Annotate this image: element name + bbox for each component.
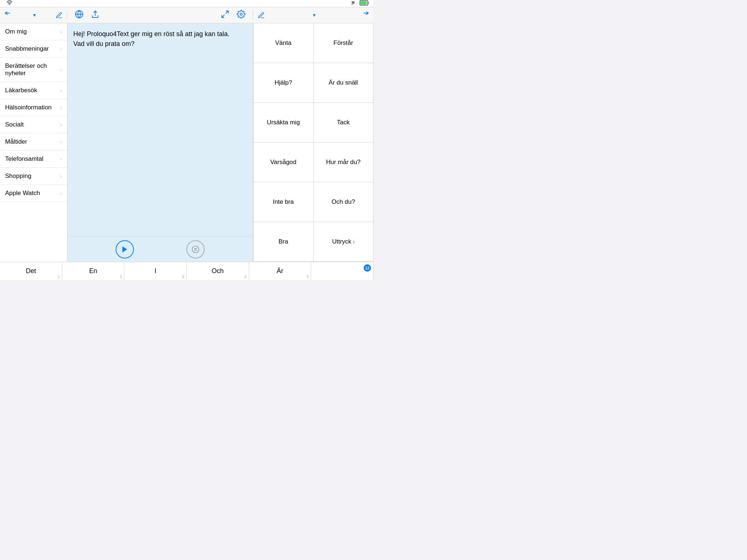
left-panel: Om mig›Snabbmeningar›Berättelser och nyh…: [0, 23, 67, 262]
phrase-cell[interactable]: Uttryck›: [314, 222, 374, 262]
phrase-label: Varsågod: [270, 159, 297, 166]
wifi-icon: [7, 0, 12, 7]
phrase-cell[interactable]: Inte bra: [253, 182, 314, 222]
chevron-icon: ›: [60, 88, 62, 93]
list-item-label: Berättelser och nyheter: [5, 62, 60, 77]
toolbar-left: ▾: [0, 12, 67, 19]
center-controls: [67, 236, 253, 262]
word-text: Är: [277, 267, 283, 275]
svg-text:⚡: ⚡: [369, 1, 369, 5]
phrase-cell[interactable]: Varsågod: [253, 143, 314, 182]
phrase-label: Förstår: [333, 39, 353, 47]
phrase-cell[interactable]: Bra: [253, 222, 314, 262]
phrase-label: Vänta: [275, 39, 291, 47]
list-item[interactable]: Hälsoinformation›: [0, 99, 67, 116]
list-item[interactable]: Socialt›: [0, 116, 67, 133]
phrase-label: Är du snäll: [329, 79, 358, 86]
phrase-label: Inte bra: [273, 198, 294, 206]
toolbar-center: [67, 10, 253, 20]
chevron-icon: ›: [353, 239, 355, 245]
list-item[interactable]: Berättelser och nyheter›: [0, 58, 67, 82]
status-bar: ⚡: [0, 0, 374, 7]
chevron-icon: ›: [60, 139, 62, 145]
list-item[interactable]: Shopping›: [0, 168, 67, 185]
word-num: 5: [307, 275, 309, 279]
phrase-cell[interactable]: Är du snäll: [314, 63, 374, 103]
list-item-label: Hälsoinformation: [5, 104, 52, 111]
phrase-cell[interactable]: Hur mår du?: [314, 143, 374, 182]
word-cell[interactable]: 12: [311, 262, 374, 280]
bluetooth-icon: [351, 0, 355, 7]
list-item[interactable]: Telefonsamtal›: [0, 151, 67, 168]
edit-button[interactable]: [55, 12, 63, 19]
toolbar-center-icons-right: [221, 10, 245, 20]
svg-point-0: [9, 4, 10, 5]
svg-rect-2: [360, 1, 367, 5]
toolbar-right: ▾: [253, 12, 374, 19]
word-badge: 12: [364, 264, 371, 272]
play-button[interactable]: [116, 240, 134, 258]
word-text: Och: [212, 267, 224, 275]
word-text: Det: [26, 267, 36, 275]
word-cell[interactable]: Och4: [187, 262, 249, 280]
chevron-icon: ›: [60, 67, 62, 73]
chevron-icon: ›: [60, 46, 62, 52]
list-item-label: Om mig: [5, 28, 27, 35]
expand-button[interactable]: [221, 10, 229, 20]
list-item[interactable]: Om mig›: [0, 23, 67, 40]
phrase-label: Och du?: [332, 198, 355, 206]
phrase-cell[interactable]: Förstår: [314, 23, 374, 63]
chevron-icon: ›: [60, 173, 62, 179]
chevron-icon: ›: [60, 190, 62, 196]
phrase-label: Tack: [337, 119, 350, 126]
word-num: 4: [244, 275, 247, 279]
bottom-word-bar: Det1En2I3Och4Är512: [0, 262, 374, 280]
center-panel: [67, 23, 253, 262]
word-cell[interactable]: Det1: [0, 262, 62, 280]
phrase-cell[interactable]: Och du?: [314, 182, 374, 222]
phrase-cell[interactable]: Tack: [314, 103, 374, 143]
right-edit-button[interactable]: [258, 12, 265, 19]
chevron-icon: ›: [60, 29, 62, 35]
word-cell[interactable]: I3: [124, 262, 187, 280]
list-item[interactable]: Läkarbesök›: [0, 82, 67, 99]
text-area-container[interactable]: [67, 23, 253, 236]
word-num: 2: [120, 275, 122, 279]
list-item-label: Telefonsamtal: [5, 155, 43, 163]
svg-point-5: [240, 13, 242, 15]
chevron-icon: ›: [60, 156, 62, 162]
list-item-label: Apple Watch: [5, 190, 40, 197]
phrase-label: Hjälp?: [275, 79, 292, 86]
status-left: [4, 0, 12, 7]
word-cell[interactable]: En2: [62, 262, 125, 280]
back-button[interactable]: [4, 12, 12, 19]
status-right: ⚡: [351, 0, 369, 7]
globe-button[interactable]: [75, 10, 84, 20]
phrase-label: Bra: [279, 238, 288, 245]
toolbar-center-icons-left: [75, 10, 100, 20]
main-content: Om mig›Snabbmeningar›Berättelser och nyh…: [0, 23, 374, 262]
settings-button[interactable]: [237, 10, 245, 20]
text-input[interactable]: [73, 29, 247, 230]
forward-button[interactable]: [362, 12, 369, 19]
phrase-cell[interactable]: Vänta: [253, 23, 314, 63]
list-item[interactable]: Snabbmeningar›: [0, 40, 67, 58]
snabbtal-title: ▾: [311, 12, 316, 18]
list-item[interactable]: Apple Watch›: [0, 185, 67, 202]
phrase-cell[interactable]: Hjälp?: [253, 63, 314, 103]
clear-button[interactable]: [186, 240, 205, 258]
battery-icon: ⚡: [360, 0, 369, 7]
word-text: I: [155, 267, 156, 275]
snabbtal-dropdown-icon: ▾: [313, 12, 316, 18]
list-item-label: Måltider: [5, 138, 27, 145]
chevron-icon: ›: [60, 105, 62, 110]
list-item[interactable]: Måltider›: [0, 133, 67, 151]
list-item-label: Socialt: [5, 121, 24, 128]
word-cell[interactable]: Är5: [249, 262, 311, 280]
phrase-label: Hur mår du?: [326, 159, 360, 166]
word-num: 1: [58, 275, 60, 279]
right-panel: VäntaFörstårHjälp?Är du snällUrsäkta mig…: [253, 23, 374, 262]
phrase-cell[interactable]: Ursäkta mig: [253, 103, 314, 143]
share-button[interactable]: [91, 10, 100, 20]
word-text: En: [89, 267, 97, 275]
